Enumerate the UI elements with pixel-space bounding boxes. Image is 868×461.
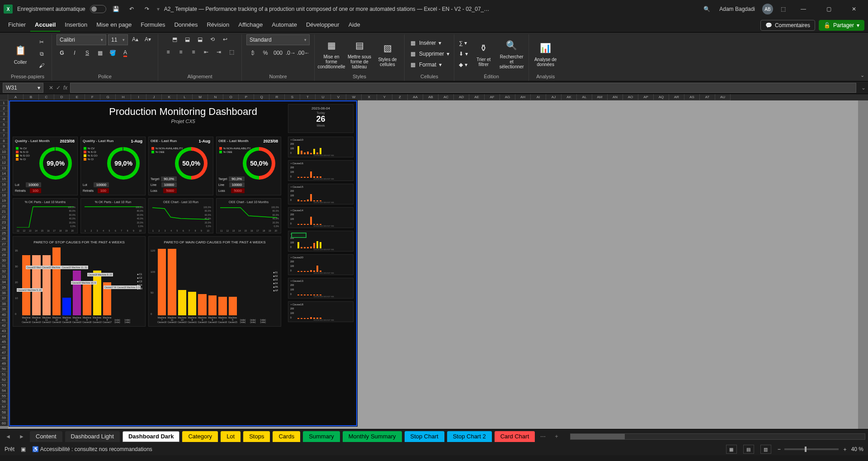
cut-icon[interactable]: ✂: [36, 37, 47, 47]
sheet-tab-category[interactable]: Category: [182, 431, 218, 442]
minimize-button[interactable]: —: [793, 2, 814, 16]
fill-icon[interactable]: ⬇ ▾: [459, 49, 467, 59]
sheet-tab-stop-chart[interactable]: Stop Chart: [405, 431, 444, 442]
fill-color-icon[interactable]: 🪣: [107, 48, 118, 58]
italic-icon[interactable]: I: [69, 48, 80, 58]
clear-icon[interactable]: ◆ ▾: [459, 60, 467, 70]
font-size-combo[interactable]: 11▾: [108, 34, 128, 45]
orientation-icon[interactable]: ⟲: [207, 34, 218, 44]
menu-insertion[interactable]: Insertion: [60, 19, 92, 32]
menu-développeur[interactable]: Développeur: [302, 19, 344, 32]
menu-affichage[interactable]: Affichage: [234, 19, 267, 32]
comments-button[interactable]: 💬 Commentaires: [760, 20, 815, 31]
redo-icon[interactable]: ↷: [142, 4, 152, 14]
name-box[interactable]: W31▾: [3, 83, 43, 93]
formula-input[interactable]: [70, 83, 856, 93]
zoom-level[interactable]: 40 %: [851, 446, 863, 452]
sheet-tab-content[interactable]: Content: [30, 431, 62, 442]
format-painter-icon[interactable]: 🖌: [36, 61, 47, 71]
format-table-button[interactable]: ▤Mettre sous forme de tableau: [347, 38, 372, 70]
analyze-data-button[interactable]: 📊Analyse de données: [533, 38, 558, 70]
cell-styles-button[interactable]: ▧Styles de cellules: [375, 38, 400, 70]
menu-formules[interactable]: Formules: [136, 19, 170, 32]
sort-filter-button[interactable]: ⚱Trier et filtrer: [472, 38, 496, 70]
menu-automate[interactable]: Automate: [267, 19, 302, 32]
align-right-icon[interactable]: ≡: [188, 47, 199, 57]
sheet-tab-card-chart[interactable]: Card Chart: [495, 431, 535, 442]
sheet-tab-stop-chart-2[interactable]: Stop Chart 2: [447, 431, 492, 442]
search-icon[interactable]: 🔍: [701, 4, 712, 14]
insert-cells-button[interactable]: ▦Insérer ▾: [409, 38, 449, 48]
undo-icon[interactable]: ↶: [126, 4, 137, 14]
comma-icon[interactable]: 000: [273, 48, 283, 58]
bold-icon[interactable]: G: [57, 48, 67, 58]
a11y-status[interactable]: ♿ Accessibilité : consultez nos recomman…: [32, 446, 152, 452]
paste-button[interactable]: 📋Coller: [8, 38, 33, 70]
menu-accueil[interactable]: Accueil: [30, 19, 60, 32]
view-page-break-icon[interactable]: ▥: [760, 445, 771, 454]
menu-aide[interactable]: Aide: [344, 19, 365, 32]
fx-icon[interactable]: fx: [63, 85, 67, 91]
new-sheet-button[interactable]: ＋: [551, 431, 562, 442]
zoom-out-button[interactable]: −: [778, 446, 781, 452]
sheet-tab-stops[interactable]: Stops: [243, 431, 270, 442]
view-page-layout-icon[interactable]: ▤: [743, 445, 754, 454]
save-icon[interactable]: 💾: [111, 4, 122, 14]
percent-icon[interactable]: %: [260, 48, 271, 58]
zoom-slider[interactable]: [784, 448, 839, 450]
avatar[interactable]: AB: [762, 4, 773, 14]
menu-données[interactable]: Données: [170, 19, 202, 32]
ribbon-mode-icon[interactable]: ⬚: [778, 4, 788, 14]
share-button[interactable]: 🔓 Partager ▾: [819, 20, 864, 31]
increase-decimal-icon[interactable]: .0→: [285, 48, 296, 58]
indent-increase-icon[interactable]: ⇥: [213, 47, 224, 57]
maximize-button[interactable]: ▢: [818, 2, 839, 16]
view-normal-icon[interactable]: ▦: [726, 445, 737, 454]
align-middle-icon[interactable]: ⬓: [182, 34, 193, 44]
close-button[interactable]: ✕: [844, 2, 864, 16]
delete-cells-button[interactable]: ▦Supprimer ▾: [409, 49, 449, 59]
align-left-icon[interactable]: ≡: [163, 47, 174, 57]
sheet-tab-dashboard-dark[interactable]: Dashboard Dark: [123, 431, 179, 442]
tab-nav-next[interactable]: ►: [16, 431, 27, 442]
sheet-tab-summary[interactable]: Summary: [303, 431, 340, 442]
decrease-decimal-icon[interactable]: .00←: [298, 48, 309, 58]
menu-mise en page[interactable]: Mise en page: [92, 19, 136, 32]
sheet-tab-lot[interactable]: Lot: [221, 431, 241, 442]
font-name-combo[interactable]: Calibri▾: [57, 34, 106, 45]
horizontal-scrollbar[interactable]: [570, 433, 865, 440]
number-format-combo[interactable]: Standard▾: [246, 34, 310, 45]
font-color-icon[interactable]: A: [120, 48, 131, 58]
wrap-text-icon[interactable]: ↩: [220, 34, 231, 44]
menu-fichier[interactable]: Fichier: [4, 19, 30, 32]
sheet-tab-dashboard-light[interactable]: Dashboard Light: [65, 431, 120, 442]
cancel-fx-icon[interactable]: ✕: [49, 85, 53, 91]
currency-icon[interactable]: ₿: [247, 48, 258, 58]
increase-font-icon[interactable]: A▴: [130, 34, 141, 44]
autosum-icon[interactable]: ∑ ▾: [459, 38, 467, 48]
macros-icon[interactable]: ▣: [21, 446, 26, 452]
worksheet-area[interactable]: ABCDEFGHIJKLMNOPQRSTUVWXYZAAABACADAEAFAG…: [0, 94, 868, 429]
align-bottom-icon[interactable]: ⬓: [194, 34, 205, 44]
enter-fx-icon[interactable]: ✓: [56, 85, 61, 91]
decrease-font-icon[interactable]: A▾: [142, 34, 153, 44]
borders-icon[interactable]: ▦: [94, 48, 105, 58]
sheet-tab-cards[interactable]: Cards: [273, 431, 300, 442]
indent-decrease-icon[interactable]: ⇤: [201, 47, 212, 57]
align-top-icon[interactable]: ⬒: [169, 34, 180, 44]
collapse-ribbon-icon[interactable]: ⌄: [860, 72, 864, 78]
format-cells-button[interactable]: ▦Format ▾: [409, 60, 449, 70]
tab-menu[interactable]: ⋯: [538, 431, 548, 442]
expand-fx-icon[interactable]: ⌄: [859, 85, 868, 91]
tab-nav-prev[interactable]: ◄: [3, 431, 14, 442]
copy-icon[interactable]: ⧉: [36, 49, 47, 59]
conditional-format-button[interactable]: ▦Mise en forme conditionnelle: [319, 38, 344, 70]
zoom-in-button[interactable]: ＋: [842, 446, 848, 453]
merge-icon[interactable]: ⬚: [226, 47, 237, 57]
autosave-toggle[interactable]: [90, 5, 106, 13]
sheet-tab-monthly-summary[interactable]: Monthly Summary: [343, 431, 402, 442]
menu-révision[interactable]: Révision: [202, 19, 234, 32]
align-center-icon[interactable]: ≡: [175, 47, 186, 57]
find-select-button[interactable]: 🔍Rechercher et sélectionner: [500, 38, 524, 70]
underline-icon[interactable]: S: [82, 48, 93, 58]
